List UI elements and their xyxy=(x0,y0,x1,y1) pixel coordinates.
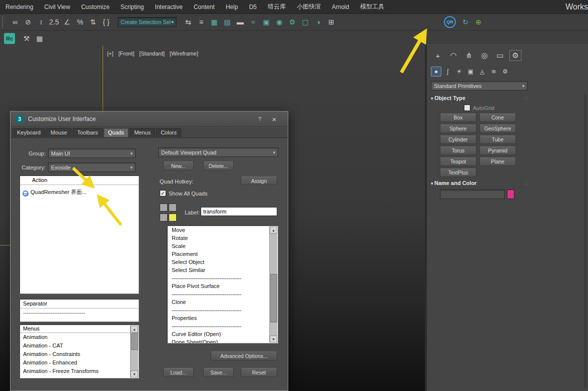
percent-snap-icon[interactable]: % xyxy=(74,16,87,28)
menu-item[interactable]: Rendering xyxy=(0,0,39,14)
systems-category-icon[interactable]: ⚙ xyxy=(500,66,510,76)
close-icon[interactable]: × xyxy=(266,115,283,124)
menu-item[interactable]: Help xyxy=(220,0,244,14)
dialog-tab[interactable]: Mouse xyxy=(46,128,72,137)
quad-selector-square[interactable] xyxy=(169,204,177,212)
dialog-tab[interactable]: Toolbars xyxy=(73,128,103,137)
menu-item[interactable]: Arnold xyxy=(326,0,355,14)
render-setup-icon[interactable]: ⚙ xyxy=(286,16,299,28)
viewport-label-item[interactable]: [Front] xyxy=(119,50,135,56)
quad-menu-item[interactable]: Properties xyxy=(168,314,270,322)
scroll-down-icon[interactable] xyxy=(131,370,138,378)
primitive-button[interactable]: Tube xyxy=(479,136,516,144)
group-dropdown[interactable]: Main UI xyxy=(48,148,136,158)
scroll-thumb[interactable] xyxy=(131,333,138,350)
workspaces-menu[interactable]: Works xyxy=(560,0,588,14)
primitive-button[interactable]: Torus xyxy=(440,146,476,155)
viewport-label-item[interactable]: [Standard] xyxy=(139,50,165,56)
dialog-titlebar[interactable]: 3 Customize User Interface ? × xyxy=(11,112,288,127)
load-button[interactable]: Load... xyxy=(163,368,194,377)
mirror-icon[interactable]: ⇆ xyxy=(182,16,195,28)
object-type-rollout[interactable]: Object Type ∷ xyxy=(431,95,531,101)
quad-menu-list[interactable]: MoveRotateScalePlacementSelect ObjectSel… xyxy=(167,226,278,344)
menu-item[interactable]: 猎云库 xyxy=(262,0,291,14)
display-tab-icon[interactable]: ▭ xyxy=(494,50,506,61)
toolbar-drag-handle[interactable] xyxy=(2,16,6,28)
lights-category-icon[interactable]: ☀ xyxy=(454,66,464,76)
primitive-button[interactable]: Pyramid xyxy=(479,146,516,155)
scene-converter-icon[interactable]: ⚒ xyxy=(20,32,33,45)
category-dropdown[interactable]: Exoside xyxy=(48,162,136,172)
quad-selector-square[interactable] xyxy=(160,214,168,222)
quad-selector-square[interactable] xyxy=(160,204,168,212)
unlink-selection-icon[interactable]: ⊘ xyxy=(22,16,35,28)
quad-menu-item[interactable]: Select Similar xyxy=(168,266,270,274)
viewport-label-item[interactable]: [+] xyxy=(107,50,114,56)
align-icon[interactable]: ≡ xyxy=(195,16,208,28)
dialog-tab[interactable]: Keyboard xyxy=(13,128,45,137)
dialog-tab[interactable]: Quads xyxy=(104,128,129,137)
new-button[interactable]: New... xyxy=(163,162,194,170)
quad-set-dropdown[interactable]: Default Viewport Quad xyxy=(158,148,278,157)
quad-menu-item[interactable]: Place Pivot Surface xyxy=(168,282,270,290)
quad-menu-item[interactable]: Dope Sheet(Open) xyxy=(168,338,270,344)
primitive-button[interactable]: Cylinder xyxy=(440,136,476,144)
action-list[interactable]: Action QRQuadRemesher 界面... xyxy=(20,176,139,294)
show-all-quads-checkbox[interactable] xyxy=(160,190,166,196)
primitive-button[interactable]: Box xyxy=(440,114,476,122)
quad-menu-item[interactable]: Placement xyxy=(168,250,270,258)
state-sets-icon[interactable]: ⊞ xyxy=(325,16,338,28)
dialog-tab[interactable]: Menus xyxy=(130,128,155,137)
menus-list-item[interactable]: Animation - CAT xyxy=(20,342,131,350)
quad-label-input[interactable] xyxy=(201,207,277,216)
menu-item[interactable]: D5 xyxy=(244,0,262,14)
scroll-thumb[interactable] xyxy=(270,274,277,322)
material-editor-icon[interactable]: ◉ xyxy=(273,16,286,28)
action-item-quadremesher[interactable]: QRQuadRemesher 界面... xyxy=(20,188,139,196)
snaps-toggle-icon[interactable]: 2.5 xyxy=(48,16,61,28)
create-selection-set-dropdown[interactable]: Create Selection Sel xyxy=(118,17,177,27)
hierarchy-tab-icon[interactable]: ⋔ xyxy=(463,50,475,61)
assign-button[interactable]: Assign xyxy=(241,176,277,185)
utilities-tab-icon[interactable]: ⚙ xyxy=(509,50,521,61)
quad-menu-item[interactable]: Scale xyxy=(168,242,270,250)
curve-editor-icon[interactable]: ≈ xyxy=(247,16,260,28)
dialog-tab[interactable]: Colors xyxy=(156,128,181,137)
rc-plugin-icon[interactable]: Rc xyxy=(4,33,15,44)
render-production-icon[interactable]: ◑ xyxy=(312,16,325,28)
menus-list[interactable]: Menus AnimationAnimation - CATAnimation … xyxy=(20,324,139,378)
quad-menu-item[interactable]: -------------------------------------- xyxy=(168,306,270,314)
bind-to-space-warp-icon[interactable]: ≀ xyxy=(35,16,48,28)
angle-snap-icon[interactable]: ∠ xyxy=(61,16,74,28)
space-warps-category-icon[interactable]: ≋ xyxy=(488,66,499,76)
spinner-snap-icon[interactable]: ⇅ xyxy=(87,16,100,28)
quad-menu-item[interactable]: Move xyxy=(168,226,270,234)
modify-tab-icon[interactable]: ◠ xyxy=(447,50,459,61)
quad-list-scrollbar[interactable] xyxy=(269,226,277,342)
menu-item[interactable]: Interactive xyxy=(150,0,188,14)
menu-item[interactable]: Civil View xyxy=(39,0,76,14)
primitive-button[interactable]: GeoSphere xyxy=(479,124,516,133)
primitive-button[interactable]: Sphere xyxy=(440,124,476,133)
menu-item[interactable]: Scripting xyxy=(115,0,150,14)
quadremesher-icon[interactable]: QR xyxy=(444,16,456,28)
quad-menu-item[interactable]: Rotate xyxy=(168,234,270,242)
menu-item[interactable]: Customize xyxy=(76,0,115,14)
scroll-up-icon[interactable] xyxy=(270,226,277,234)
menus-list-item[interactable]: Animation - Enhanced xyxy=(20,358,131,367)
quad-menu-item[interactable]: -------------------------------------- xyxy=(168,290,270,298)
primitive-button[interactable]: Plane xyxy=(479,158,516,166)
panel-scrollbar[interactable] xyxy=(584,94,586,388)
rendered-frame-window-icon[interactable]: ▢ xyxy=(299,16,312,28)
quadremesher-update-icon[interactable]: ↻ xyxy=(459,16,472,28)
scene-explorer-icon[interactable]: ▦ xyxy=(208,16,221,28)
menus-list-item[interactable]: Animation - Constraints xyxy=(20,350,131,358)
ribbon-toggle-icon[interactable]: ▬ xyxy=(234,16,247,28)
menu-item[interactable]: 模型工具 xyxy=(355,0,390,14)
quad-menu-item[interactable]: -------------------------------------- xyxy=(168,274,270,282)
quad-menu-item[interactable]: Curve Editor (Open) xyxy=(168,330,270,338)
name-color-rollout[interactable]: Name and Color ∷ xyxy=(431,180,531,186)
help-button[interactable]: ? xyxy=(254,116,266,122)
shapes-category-icon[interactable]: ʃ xyxy=(442,66,453,76)
quad-menu-item[interactable]: Select Object xyxy=(168,258,270,266)
